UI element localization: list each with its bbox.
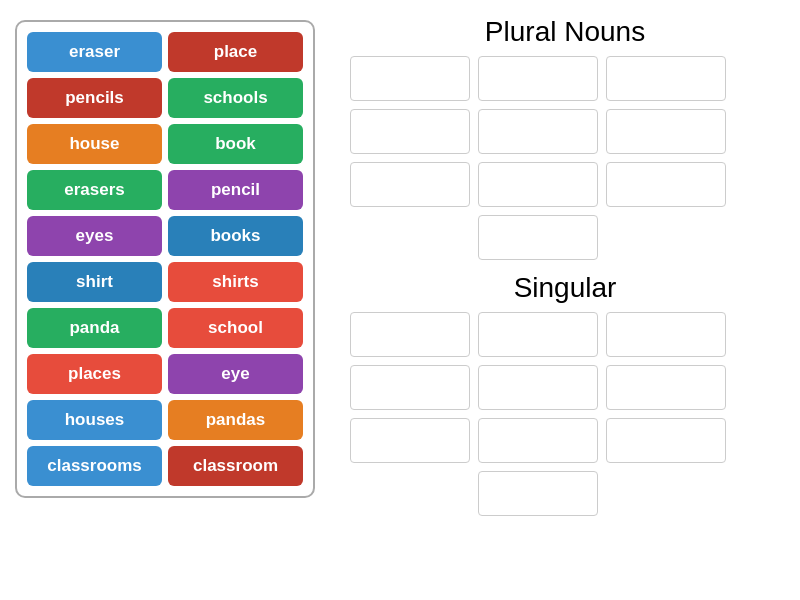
- plural-drop-6[interactable]: [606, 109, 726, 154]
- word-button-panda[interactable]: panda: [27, 308, 162, 348]
- word-button-eraser[interactable]: eraser: [27, 32, 162, 72]
- singular-drop-5[interactable]: [478, 365, 598, 410]
- singular-title: Singular: [350, 272, 780, 304]
- singular-drop-1[interactable]: [350, 312, 470, 357]
- word-grid: eraserplacepencilsschoolshousebookeraser…: [15, 20, 315, 498]
- singular-drop-grid-3: [350, 418, 726, 463]
- plural-drop-grid-3: [350, 162, 726, 207]
- word-button-erasers[interactable]: erasers: [27, 170, 162, 210]
- singular-drop-8[interactable]: [478, 418, 598, 463]
- singular-drop-9[interactable]: [606, 418, 726, 463]
- word-button-books[interactable]: books: [168, 216, 303, 256]
- singular-drop-7[interactable]: [350, 418, 470, 463]
- singular-drop-grid-1: [350, 312, 726, 357]
- right-panel: Plural Nouns Singular: [330, 0, 800, 600]
- plural-drop-2[interactable]: [478, 56, 598, 101]
- word-button-classroom[interactable]: classroom: [168, 446, 303, 486]
- plural-drop-grid-1: [350, 56, 726, 101]
- word-button-places[interactable]: places: [27, 354, 162, 394]
- word-button-eyes[interactable]: eyes: [27, 216, 162, 256]
- word-button-pencils[interactable]: pencils: [27, 78, 162, 118]
- plural-drop-10[interactable]: [478, 215, 598, 260]
- word-button-classrooms[interactable]: classrooms: [27, 446, 162, 486]
- plural-drop-1[interactable]: [350, 56, 470, 101]
- word-button-shirt[interactable]: shirt: [27, 262, 162, 302]
- word-button-shirts[interactable]: shirts: [168, 262, 303, 302]
- word-button-houses[interactable]: houses: [27, 400, 162, 440]
- singular-drop-grid-2: [350, 365, 726, 410]
- word-button-house[interactable]: house: [27, 124, 162, 164]
- word-button-school[interactable]: school: [168, 308, 303, 348]
- word-button-eye[interactable]: eye: [168, 354, 303, 394]
- plural-drop-grid-2: [350, 109, 726, 154]
- plural-nouns-title: Plural Nouns: [350, 16, 780, 48]
- word-panel: eraserplacepencilsschoolshousebookeraser…: [0, 0, 330, 600]
- word-button-book[interactable]: book: [168, 124, 303, 164]
- singular-drop-4[interactable]: [350, 365, 470, 410]
- plural-drop-5[interactable]: [478, 109, 598, 154]
- word-button-place[interactable]: place: [168, 32, 303, 72]
- plural-drop-4[interactable]: [350, 109, 470, 154]
- plural-drop-3[interactable]: [606, 56, 726, 101]
- word-button-pandas[interactable]: pandas: [168, 400, 303, 440]
- plural-drop-7[interactable]: [350, 162, 470, 207]
- word-button-pencil[interactable]: pencil: [168, 170, 303, 210]
- singular-drop-2[interactable]: [478, 312, 598, 357]
- singular-drop-3[interactable]: [606, 312, 726, 357]
- plural-drop-9[interactable]: [606, 162, 726, 207]
- singular-drop-10[interactable]: [478, 471, 598, 516]
- plural-drop-8[interactable]: [478, 162, 598, 207]
- singular-drop-6[interactable]: [606, 365, 726, 410]
- word-button-schools[interactable]: schools: [168, 78, 303, 118]
